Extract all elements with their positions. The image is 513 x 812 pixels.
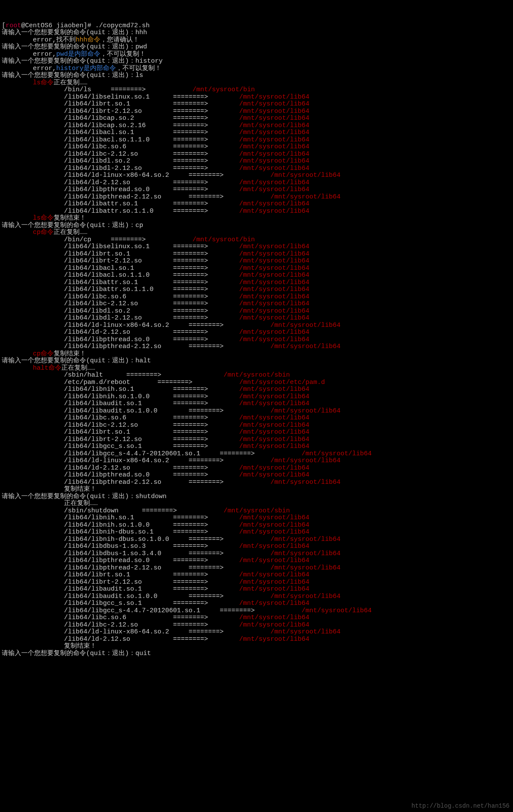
terminal-output: [root@CentOS6 jiaoben]# ./copycmd72.sh请输… [2,22,511,658]
